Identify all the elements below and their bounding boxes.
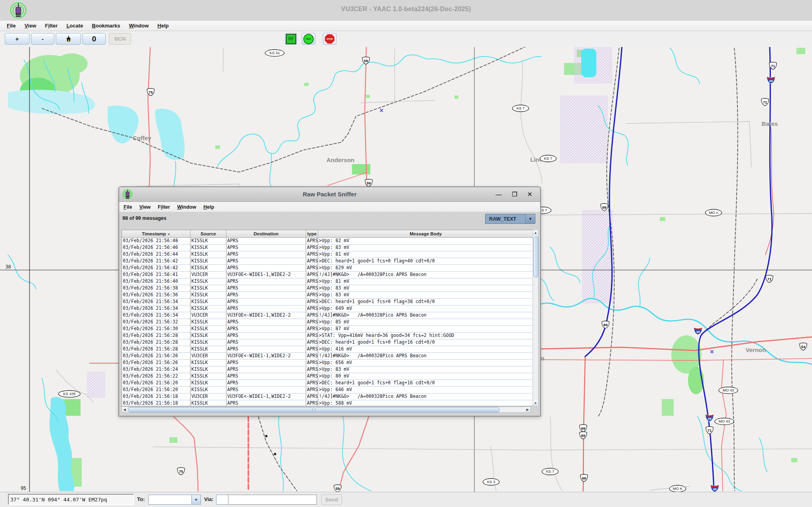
vertical-scroll-thumb[interactable]	[533, 237, 539, 277]
menu-item-window[interactable]: Window	[124, 22, 153, 29]
table-row[interactable]: 03/Feb/2026 21:56:34KISSLKAPRSAPRS>DEC: …	[122, 299, 533, 305]
cell: KISSLK	[191, 265, 226, 271]
packet-table-body[interactable]: 03/Feb/2026 21:56:48KISSLKAPRSAPRS>Vpp: …	[122, 238, 533, 406]
sniffer-titlebar[interactable]: Raw Packet Sniffer — ❐ ✕	[119, 187, 540, 202]
menu-item-window[interactable]: Window	[173, 204, 200, 211]
scroll-left-icon[interactable]: ◀	[122, 407, 127, 412]
table-row[interactable]: 03/Feb/2026 21:56:26VU3CERVU3FOE<-WIDE1-…	[122, 353, 533, 360]
table-row[interactable]: 03/Feb/2026 21:56:46KISSLKAPRSAPRS>Vpp: …	[122, 245, 533, 251]
to-combobox[interactable]: ▼	[148, 495, 201, 505]
zoom-out-button[interactable]: -	[31, 33, 54, 45]
svg-text:71: 71	[708, 428, 712, 433]
beacon-button[interactable]: BCN	[109, 33, 131, 45]
cell: KISSLK	[191, 360, 226, 366]
menu-item-file[interactable]: File	[2, 22, 20, 29]
cell: APRS	[226, 319, 306, 325]
message-input[interactable]	[228, 495, 317, 505]
table-row[interactable]: 03/Feb/2026 21:56:44KISSLKAPRSAPRS>Vpp: …	[122, 251, 533, 258]
maximize-icon[interactable]: ❐	[510, 190, 519, 199]
cell: >STAT: Vpp=416mV heard=36 good=34 fcs=2 …	[318, 333, 533, 339]
svg-text:71: 71	[771, 64, 775, 68]
table-row[interactable]: 03/Feb/2026 21:56:26KISSLKAPRSAPRS>Vpp: …	[122, 360, 533, 366]
table-row[interactable]: 03/Feb/2026 21:56:36KISSLKAPRSAPRS>Vpp: …	[122, 292, 533, 299]
minimize-icon[interactable]: —	[494, 190, 503, 199]
raw-packet-sniffer-window[interactable]: Raw Packet Sniffer — ❐ ✕ FileViewFilterW…	[118, 186, 541, 417]
stop-button[interactable]: STOP	[323, 33, 336, 45]
cell: >Vpp: 85 mV	[318, 319, 533, 325]
column-header-timestamp[interactable]: Timestamp ▼	[122, 230, 191, 237]
cell: APRS	[226, 346, 306, 352]
menu-item-bookmarks[interactable]: Bookmarks	[88, 22, 125, 29]
home-button[interactable]	[56, 33, 81, 45]
table-row[interactable]: 03/Feb/2026 21:56:20KISSLKAPRSAPRS>Vpp: …	[122, 387, 533, 393]
column-header-type[interactable]: type	[306, 230, 318, 237]
table-row[interactable]: 03/Feb/2026 21:56:18VU3CERVU3FOE<-WIDE1-…	[122, 393, 533, 400]
go-button[interactable]: GO	[302, 33, 315, 45]
svg-text:MO 43: MO 43	[719, 419, 730, 423]
cell: VU3FOE<-WIDE1-1,WIDE2-2	[226, 353, 306, 359]
column-header-message-body[interactable]: Message Body	[318, 230, 533, 237]
cell: 03/Feb/2026 21:56:26	[122, 360, 191, 366]
table-row[interactable]: 03/Feb/2026 21:56:38KISSLKAPRSAPRS>Vpp: …	[122, 285, 533, 292]
cell: KISSLK	[191, 366, 226, 373]
svg-text:49: 49	[713, 487, 717, 491]
table-row[interactable]: 03/Feb/2026 21:56:18KISSLKAPRSAPRS>Vpp: …	[122, 400, 533, 406]
table-row[interactable]: 03/Feb/2026 21:56:42KISSLKAPRSAPRS>DEC: …	[122, 258, 533, 265]
table-row[interactable]: 03/Feb/2026 21:56:28KISSLKAPRSAPRS>Vpp: …	[122, 346, 533, 353]
table-row[interactable]: 03/Feb/2026 21:56:42KISSLKAPRSAPRS>Vpp: …	[122, 265, 533, 272]
menu-item-help[interactable]: Help	[153, 22, 173, 29]
menu-item-file[interactable]: File	[120, 204, 136, 211]
cell: APRS	[226, 238, 306, 244]
close-icon[interactable]: ✕	[525, 190, 535, 199]
scroll-down-icon[interactable]: ▼	[533, 401, 538, 406]
cell: 03/Feb/2026 21:56:24	[122, 366, 191, 373]
table-row[interactable]: 03/Feb/2026 21:56:41VU3CERVU3FOE<-WIDE1-…	[122, 272, 533, 278]
packet-table-header[interactable]: Timestamp ▼SourceDestinationtypeMessage …	[122, 230, 533, 238]
to-label: To:	[137, 496, 145, 502]
table-row[interactable]: 03/Feb/2026 21:56:48KISSLKAPRSAPRS>Vpp: …	[122, 238, 533, 245]
scroll-up-icon[interactable]: ▲	[533, 230, 538, 235]
map-blue-highways	[585, 47, 772, 491]
svg-text:75: 75	[149, 90, 153, 94]
horizontal-scroll-thumb[interactable]	[128, 407, 499, 412]
cell: KISSLK	[191, 380, 226, 386]
route-shield-59: 59	[362, 57, 370, 65]
table-row[interactable]: 03/Feb/2026 21:56:24KISSLKAPRSAPRS>Vpp: …	[122, 366, 533, 373]
cell: 03/Feb/2026 21:56:34	[122, 305, 191, 312]
rf-toggle-button[interactable]: RF	[285, 33, 297, 45]
table-row[interactable]: 03/Feb/2026 21:56:34VU3CERVU3FOE<-WIDE1-…	[122, 312, 533, 319]
cell: >Vpp: 649 mV	[318, 305, 533, 312]
table-row[interactable]: 03/Feb/2026 21:56:30KISSLKAPRSAPRS>Vpp: …	[122, 326, 533, 333]
view-mode-combobox[interactable]: RAW_TEXT ▼	[485, 214, 535, 224]
send-button[interactable]: Send	[321, 494, 342, 505]
vertical-scrollbar[interactable]: ▲ ▼	[533, 230, 539, 406]
route-shield-mok: MO K	[669, 485, 686, 492]
menu-item-filter[interactable]: Filter	[41, 22, 62, 29]
cell: >Vpp: 416 mV	[318, 346, 533, 352]
svg-text:69: 69	[581, 433, 586, 438]
scroll-right-icon[interactable]: ▶	[525, 407, 530, 412]
table-row[interactable]: 03/Feb/2026 21:56:28KISSLKAPRSAPRS>DEC: …	[122, 339, 533, 346]
table-row[interactable]: 03/Feb/2026 21:56:32KISSLKAPRSAPRS>Vpp: …	[122, 319, 533, 326]
table-row[interactable]: 03/Feb/2026 21:56:20KISSLKAPRSAPRS>DEC: …	[122, 380, 533, 387]
zoom-in-button[interactable]: +	[5, 33, 29, 45]
home-icon	[65, 35, 72, 43]
menu-item-locate[interactable]: Locate	[62, 22, 88, 29]
zero-track-button[interactable]: 0	[83, 33, 106, 45]
route-shield-49: 49	[694, 328, 702, 335]
menu-item-view[interactable]: View	[20, 22, 40, 29]
horizontal-scrollbar[interactable]: ◀ ▶	[122, 407, 531, 413]
svg-text:69: 69	[602, 205, 607, 209]
menu-item-view[interactable]: View	[136, 204, 154, 211]
column-header-source[interactable]: Source	[191, 230, 226, 237]
column-header-destination[interactable]: Destination	[226, 230, 306, 237]
cell: KISSLK	[191, 319, 226, 325]
table-row[interactable]: 03/Feb/2026 21:56:34KISSLKAPRSAPRS>Vpp: …	[122, 305, 533, 312]
table-row[interactable]: 03/Feb/2026 21:56:28KISSLKAPRSAPRS>STAT:…	[122, 333, 533, 339]
table-row[interactable]: 03/Feb/2026 21:56:40KISSLKAPRSAPRS>Vpp: …	[122, 278, 533, 285]
route-shield-69: 69	[580, 432, 587, 439]
svg-text:59: 59	[336, 486, 340, 491]
menu-item-help[interactable]: Help	[200, 204, 218, 211]
table-row[interactable]: 03/Feb/2026 21:56:22KISSLKAPRSAPRS>Vpp: …	[122, 373, 533, 380]
menu-item-filter[interactable]: Filter	[154, 204, 174, 211]
